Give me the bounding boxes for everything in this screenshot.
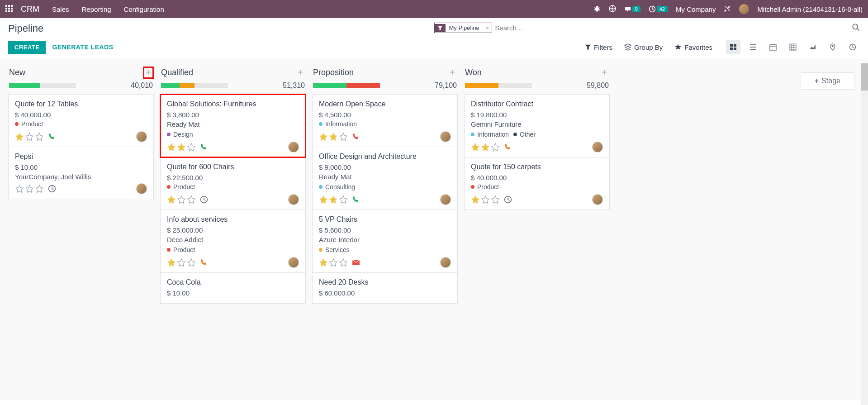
card-avatar[interactable]: [592, 142, 603, 152]
filters-dropdown[interactable]: Filters: [585, 43, 612, 51]
user-name[interactable]: Mitchell Admin (21404131-16-0-all): [757, 5, 863, 13]
activity-icon[interactable]: [351, 258, 360, 267]
card-amount: $ 10.00: [167, 289, 299, 297]
svg-rect-2: [11, 5, 13, 7]
column-progress-bar[interactable]: [465, 83, 532, 88]
column-title[interactable]: Qualified: [161, 68, 296, 77]
activity-icon[interactable]: [199, 143, 209, 152]
kanban-card[interactable]: Office Design and Architecture$ 9,000.00…: [312, 147, 458, 210]
activity-icon[interactable]: [351, 132, 360, 141]
kanban-card[interactable]: Coca Cola$ 10.00: [160, 272, 306, 304]
column-total: 51,310: [283, 81, 305, 90]
search-bar[interactable]: My Pipeline ×: [434, 23, 860, 35]
card-avatar[interactable]: [440, 257, 451, 268]
kanban-card[interactable]: Quote for 12 Tables$ 40,000.00Product: [8, 94, 154, 147]
card-avatar[interactable]: [136, 131, 147, 142]
column-total: 40,010: [131, 81, 153, 90]
column-progress-bar[interactable]: [9, 83, 76, 88]
priority-stars[interactable]: [319, 258, 348, 267]
card-avatar[interactable]: [136, 183, 147, 194]
company-switcher[interactable]: My Company: [676, 5, 716, 13]
column-title[interactable]: Proposition: [313, 68, 448, 77]
kanban-card[interactable]: Quote for 600 Chairs$ 22,500.00Product: [160, 157, 306, 210]
card-amount: $ 60,000.00: [319, 289, 451, 297]
view-pivot[interactable]: [786, 40, 800, 54]
card-avatar[interactable]: [592, 194, 603, 205]
plus-icon: +: [815, 77, 819, 85]
favorites-dropdown[interactable]: Favorites: [674, 43, 712, 51]
card-avatar[interactable]: [288, 142, 299, 152]
view-graph[interactable]: [806, 40, 820, 54]
priority-stars[interactable]: [15, 184, 44, 193]
kanban-card[interactable]: Distributor Contract$ 19,800.00Gemini Fu…: [464, 94, 610, 157]
menu-reporting[interactable]: Reporting: [82, 5, 111, 13]
column-quick-create[interactable]: +: [144, 67, 153, 78]
view-map[interactable]: [825, 40, 840, 54]
kanban-card[interactable]: Quote for 150 carpets$ 40,000.00Product: [464, 157, 610, 210]
kanban-card[interactable]: Need 20 Desks$ 60,000.00: [312, 272, 458, 304]
activities-icon[interactable]: 42: [649, 5, 668, 13]
priority-stars[interactable]: [471, 143, 500, 152]
column-quick-create[interactable]: +: [448, 67, 457, 78]
card-avatar[interactable]: [288, 194, 299, 205]
card-amount: $ 3,800.00: [167, 111, 299, 119]
view-activity[interactable]: [845, 40, 860, 54]
activity-icon[interactable]: [351, 195, 360, 204]
menu-sales[interactable]: Sales: [52, 5, 69, 13]
column-progress-bar[interactable]: [313, 83, 380, 88]
activity-icon[interactable]: [503, 195, 512, 204]
view-list[interactable]: [746, 40, 760, 54]
column-quick-create[interactable]: +: [600, 67, 609, 78]
generate-leads-button[interactable]: GENERATE LEADS: [52, 43, 113, 51]
scrollbar[interactable]: [861, 63, 868, 400]
user-avatar[interactable]: [739, 4, 749, 14]
priority-stars[interactable]: [319, 132, 348, 141]
card-avatar[interactable]: [288, 257, 299, 268]
view-kanban[interactable]: [726, 40, 740, 54]
activity-icon[interactable]: [199, 195, 209, 204]
column-quick-create[interactable]: +: [296, 67, 305, 78]
create-button[interactable]: CREATE: [8, 41, 46, 54]
priority-stars[interactable]: [167, 258, 196, 267]
messages-icon[interactable]: 9: [624, 5, 640, 13]
filter-chip-my-pipeline[interactable]: My Pipeline ×: [434, 23, 493, 33]
column-title[interactable]: Won: [465, 68, 600, 77]
menu-configuration[interactable]: Configuration: [124, 5, 164, 13]
kanban-card[interactable]: Modern Open Space$ 4,500.00Information: [312, 94, 458, 147]
add-stage-button[interactable]: + Stage: [801, 72, 854, 90]
groupby-dropdown[interactable]: Group By: [624, 43, 663, 51]
search-input[interactable]: [492, 23, 852, 33]
activity-icon[interactable]: [47, 132, 57, 141]
column-progress-bar[interactable]: [161, 83, 228, 88]
kanban-card[interactable]: Pepsi$ 10.00YourCompany, Joel Willis: [8, 147, 154, 199]
view-calendar[interactable]: [766, 40, 780, 54]
priority-stars[interactable]: [15, 132, 44, 141]
bug-icon[interactable]: [593, 5, 601, 14]
kanban-card[interactable]: Global Solutions: Furnitures$ 3,800.00Re…: [160, 94, 306, 157]
search-icon[interactable]: [852, 23, 860, 33]
activity-icon[interactable]: [47, 184, 57, 193]
priority-stars[interactable]: [471, 195, 500, 204]
app-brand[interactable]: CRM: [21, 5, 39, 14]
activity-icon[interactable]: [503, 143, 512, 152]
card-avatar[interactable]: [440, 194, 451, 205]
card-subtitle: Azure Interior: [319, 236, 451, 243]
card-avatar[interactable]: [440, 131, 451, 142]
filter-chip-remove[interactable]: ×: [483, 24, 492, 31]
kanban-card[interactable]: 5 VP Chairs$ 5,600.00Azure InteriorServi…: [312, 210, 458, 273]
kanban-column: New+40,010Quote for 12 Tables$ 40,000.00…: [8, 66, 154, 199]
svg-point-10: [611, 7, 613, 10]
column-title[interactable]: New: [9, 68, 144, 77]
kanban-card[interactable]: Info about services$ 25,000.00Deco Addic…: [160, 210, 306, 273]
svg-rect-20: [770, 45, 776, 50]
support-icon[interactable]: [609, 5, 616, 14]
apps-icon[interactable]: [5, 5, 13, 14]
activity-icon[interactable]: [199, 258, 209, 267]
priority-stars[interactable]: [167, 195, 196, 204]
priority-stars[interactable]: [319, 195, 348, 204]
tools-icon[interactable]: [724, 5, 731, 14]
priority-stars[interactable]: [167, 143, 196, 152]
card-title: Info about services: [167, 215, 299, 224]
svg-rect-16: [734, 48, 736, 50]
svg-point-22: [832, 45, 834, 47]
